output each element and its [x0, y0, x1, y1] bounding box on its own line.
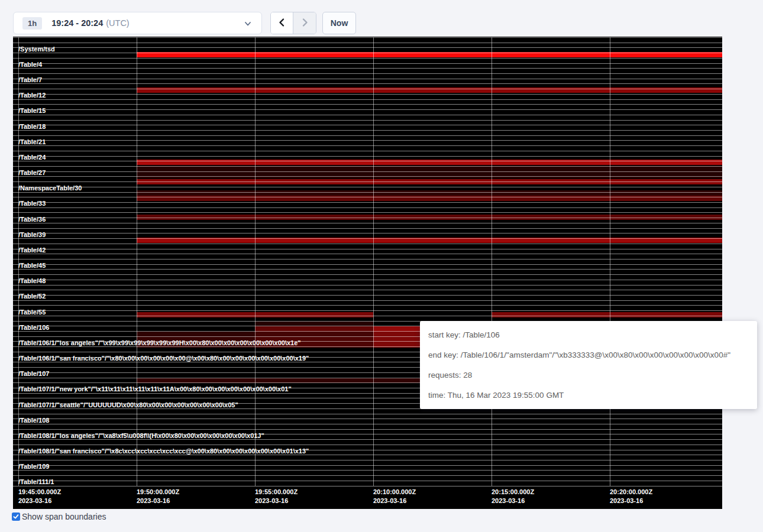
span-key-label: /Table/7	[18, 76, 42, 83]
span-key-label: /Table/55	[18, 309, 46, 316]
span-boundary-line	[13, 207, 722, 208]
span-boundary-line	[13, 187, 722, 187]
time-axis-tick: 19:50:00.000Z2023-03-16	[137, 488, 179, 505]
key-visualizer-canvas[interactable]: /System/tsd/Table/4/Table/7/Table/12/Tab…	[13, 37, 722, 509]
time-window-step-group	[270, 12, 316, 34]
heat-band	[137, 190, 722, 196]
span-boundary-line	[13, 130, 722, 131]
span-boundary-line	[13, 89, 722, 89]
show-span-boundaries-checkbox[interactable]	[12, 512, 20, 521]
chevron-left-icon	[277, 18, 287, 29]
time-window-range: 19:24 - 20:24	[51, 18, 103, 28]
span-key-label: /Table/24	[18, 154, 46, 161]
next-time-window-button[interactable]	[293, 12, 316, 34]
span-key-label: /Table/109	[18, 463, 49, 470]
span-boundary-line	[13, 53, 722, 53]
show-span-boundaries-label: Show span boundaries	[22, 512, 106, 521]
footer-controls: Show span boundaries	[12, 512, 106, 521]
now-button[interactable]: Now	[322, 12, 356, 34]
span-boundary-line	[13, 470, 722, 471]
span-key-label: /Table/42	[18, 246, 46, 254]
span-key-label: /System/tsd	[18, 46, 55, 53]
span-boundary-line	[13, 202, 722, 203]
span-boundary-line	[13, 181, 722, 182]
span-boundary-line	[13, 414, 722, 414]
span-key-label: /Table/12	[18, 92, 46, 99]
span-boundary-line	[13, 316, 722, 316]
span-boundary-line	[13, 43, 722, 43]
span-boundary-line	[13, 83, 722, 84]
span-boundary-line	[13, 244, 722, 244]
span-boundary-line	[13, 285, 722, 286]
prev-time-window-button[interactable]	[271, 12, 293, 34]
time-boundary-line	[492, 37, 492, 486]
tooltip-line: time: Thu, 16 Mar 2023 19:55:00 GMT	[428, 385, 757, 406]
heat-band	[492, 312, 722, 317]
time-axis-tick: 19:45:00.000Z2023-03-16	[18, 488, 61, 505]
span-boundary-line	[13, 475, 722, 476]
span-boundary-line	[13, 274, 722, 275]
span-boundary-line	[13, 176, 722, 177]
span-boundary-line	[13, 269, 722, 270]
time-axis-tick: 20:10:00.000Z2023-03-16	[373, 488, 416, 505]
time-axis-tick: 19:55:00.000Z2023-03-16	[255, 488, 298, 505]
span-boundary-line	[13, 135, 722, 136]
span-key-label: /Table/106/1/"san francisco"/"\x80\x00\x…	[18, 355, 309, 362]
span-key-label: /Table/15	[18, 107, 46, 114]
span-key-label: /Table/106	[18, 324, 49, 331]
span-boundary-line	[13, 125, 722, 125]
span-key-label: /Table/107/1/"new york"/"\x11\x11\x11\x1…	[18, 385, 292, 392]
span-boundary-line	[13, 460, 722, 460]
heat-band	[255, 322, 373, 326]
span-boundary-line	[13, 161, 722, 161]
span-key-label: /Table/36	[18, 216, 46, 223]
span-boundary-line	[13, 68, 722, 69]
span-key-label: /Table/107	[18, 370, 49, 377]
span-boundary-line	[13, 47, 722, 48]
span-boundary-line	[13, 140, 722, 141]
span-boundary-line	[13, 233, 722, 233]
time-boundary-line	[610, 37, 610, 486]
span-boundary-line	[13, 455, 722, 455]
span-boundary-line	[13, 171, 722, 172]
span-boundary-line	[13, 79, 722, 79]
span-boundary-line	[13, 109, 722, 110]
span-key-label: /Table/106/1/"los angeles"/"\x99\x99\x99…	[18, 339, 301, 346]
span-key-label: /Table/108	[18, 417, 49, 424]
span-boundary-line	[13, 156, 722, 157]
span-key-label: /Table/111/1	[18, 478, 54, 485]
span-boundary-line	[13, 228, 722, 229]
span-boundary-line	[13, 249, 722, 249]
span-boundary-line	[13, 63, 722, 64]
key-visualizer-page: 1h 19:24 - 20:24 (UTC) Now /System/tsd/T…	[0, 0, 763, 532]
span-boundary-line	[13, 264, 722, 265]
span-key-label: /Table/52	[18, 293, 46, 300]
time-window-duration-badge: 1h	[22, 17, 42, 30]
span-boundary-line	[13, 290, 722, 290]
span-key-label: /Table/108/1/"san francisco"/"\x8c\xcc\x…	[18, 447, 309, 455]
time-axis-tick: 20:20:00.000Z2023-03-16	[610, 488, 652, 505]
span-boundary-line	[13, 218, 722, 218]
time-axis-tick: 20:15:00.000Z2023-03-16	[492, 488, 534, 505]
span-boundary-line	[13, 197, 722, 197]
span-key-label: /Table/45	[18, 262, 46, 269]
span-boundary-line	[13, 192, 722, 193]
tooltip-line: requests: 28	[428, 365, 757, 385]
span-boundary-line	[13, 151, 722, 151]
span-key-label: /Table/107/1/"seattle"/"UUUUUUD\x00\x80\…	[18, 401, 238, 408]
span-boundary-line	[13, 166, 722, 167]
span-boundary-line	[13, 115, 722, 115]
span-boundary-line	[13, 310, 722, 311]
span-boundary-line	[13, 465, 722, 466]
span-boundary-line	[13, 300, 722, 301]
tooltip-line: start key: /Table/106	[428, 325, 757, 345]
span-boundary-line	[13, 419, 722, 419]
hover-tooltip: start key: /Table/106end key: /Table/106…	[420, 321, 757, 409]
span-boundary-line	[13, 212, 722, 213]
span-boundary-line	[13, 280, 722, 280]
chevron-down-icon	[244, 20, 252, 28]
span-boundary-line	[13, 439, 722, 440]
time-window-selector[interactable]: 1h 19:24 - 20:24 (UTC)	[13, 12, 262, 34]
span-boundary-line	[13, 73, 722, 74]
span-boundary-line	[13, 481, 722, 481]
